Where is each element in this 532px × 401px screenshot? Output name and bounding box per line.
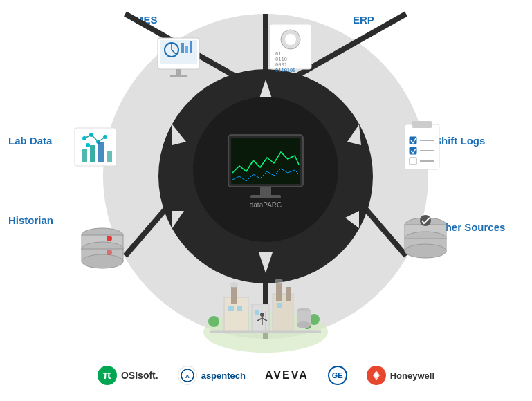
svg-point-93	[374, 373, 378, 377]
svg-point-73	[230, 282, 238, 288]
svg-rect-76	[237, 306, 242, 311]
svg-rect-27	[170, 75, 187, 77]
svg-point-87	[260, 313, 264, 317]
svg-rect-72	[286, 287, 291, 301]
svg-point-64	[405, 244, 446, 258]
svg-rect-41	[82, 149, 87, 162]
svg-rect-71	[276, 283, 282, 301]
svg-rect-43	[98, 142, 104, 162]
vendor-ge: GE	[328, 366, 347, 385]
vendor-honeywell: Honeywell	[367, 366, 434, 385]
svg-point-58	[107, 236, 112, 241]
svg-rect-24	[185, 46, 188, 53]
vendor-osisoft: π OSIsoft.	[98, 366, 158, 385]
svg-text:A: A	[185, 373, 190, 380]
svg-point-39	[86, 143, 90, 147]
honeywell-label: Honeywell	[390, 371, 434, 381]
vendor-aspentech: A aspentech	[178, 366, 246, 385]
vendors-bar: π OSIsoft. A aspentech AVEVA GE	[0, 353, 532, 398]
svg-point-74	[275, 279, 283, 284]
svg-rect-70	[231, 287, 237, 304]
vendor-aveva: AVEVA	[265, 369, 309, 382]
svg-point-30	[285, 34, 296, 45]
svg-point-57	[82, 254, 123, 268]
honeywell-icon	[367, 366, 386, 385]
svg-rect-75	[228, 306, 234, 311]
svg-point-59	[107, 250, 112, 255]
svg-rect-23	[181, 43, 184, 53]
svg-text:0110100: 0110100	[275, 68, 296, 73]
diagram-area: MES ERP Lab Data Shift Logs Historian Ot…	[0, 0, 532, 353]
svg-rect-16	[260, 187, 271, 195]
svg-point-81	[208, 316, 219, 327]
svg-rect-77	[255, 310, 259, 315]
svg-rect-68	[252, 304, 269, 332]
aspentech-icon: A	[178, 366, 197, 385]
page-container: MES ERP Lab Data Shift Logs Historian Ot…	[0, 0, 532, 401]
svg-text:0001: 0001	[275, 62, 287, 68]
svg-text:dataPARC: dataPARC	[250, 201, 282, 209]
svg-rect-25	[190, 41, 192, 53]
ge-icon: GE	[328, 366, 347, 385]
osisoft-icon: π	[98, 366, 117, 385]
aspentech-label: aspentech	[201, 371, 246, 381]
svg-rect-78	[277, 303, 282, 308]
osisoft-label: OSIsoft.	[121, 370, 158, 381]
svg-rect-46	[412, 121, 432, 128]
svg-rect-26	[176, 69, 181, 75]
svg-point-86	[297, 321, 311, 328]
svg-rect-18	[231, 138, 300, 184]
svg-text:01: 01	[275, 51, 281, 57]
svg-text:0110: 0110	[275, 57, 287, 62]
svg-rect-44	[107, 151, 112, 162]
svg-rect-17	[250, 195, 281, 198]
main-diagram-svg: dataPARC 01 0110 0001 0110100	[0, 0, 532, 353]
aveva-label: AVEVA	[265, 369, 309, 382]
svg-rect-42	[90, 145, 95, 162]
svg-point-65	[420, 215, 431, 226]
